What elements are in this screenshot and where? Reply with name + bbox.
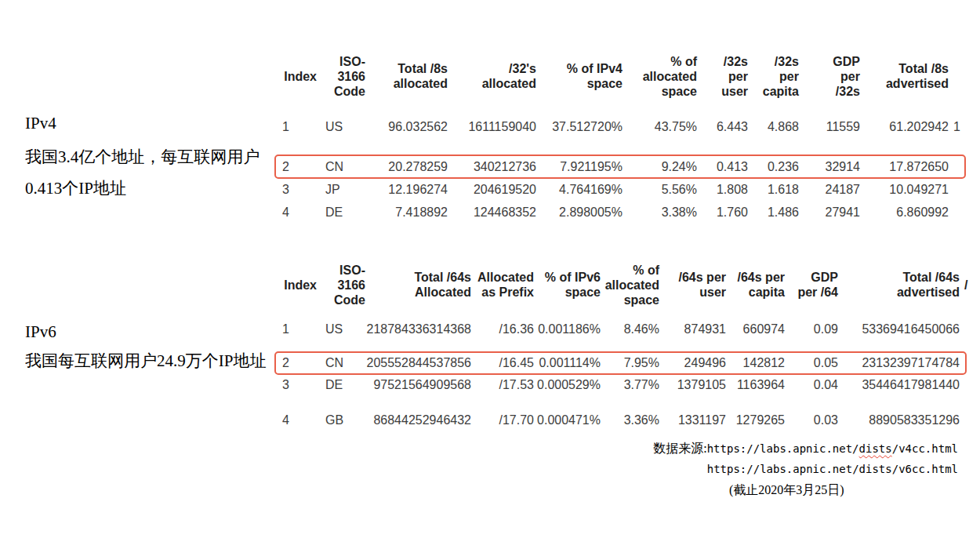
table-cell: 32914 <box>799 160 860 174</box>
ipv6-allocation-table: IndexISO- 3166 CodeTotal /64s AllocatedA… <box>276 260 964 431</box>
header-cell: /64s per user <box>659 270 726 300</box>
ipv4-annotation-line1: 我国3.4亿个地址，每互联网用户 <box>25 146 260 168</box>
table-cell: 37.512720% <box>536 120 622 134</box>
table-cell: 0.000471% <box>534 413 601 427</box>
table-row: 4GB86844252946432/17.700.000471%3.36%133… <box>276 409 964 431</box>
header-cell: ISO- 3166 Code <box>317 54 365 99</box>
table-cell: 2.898005% <box>536 205 622 220</box>
header-cell: Total /64s Allocated <box>365 270 471 300</box>
table-cell: 218784336314368 <box>365 322 471 336</box>
ipv6-annotation-line1: 我国每互联网用户24.9万个IP地址 <box>25 350 266 372</box>
table-cell: 3 <box>276 183 317 197</box>
table-cell: 8890583351296 <box>838 413 960 427</box>
table-row: 3JP12.1962742046195204.764169%5.56%1.808… <box>276 178 964 201</box>
table-cell: 3.36% <box>601 413 659 427</box>
table-cell: 1.618 <box>748 183 799 197</box>
table-cell: 7.418892 <box>365 205 448 220</box>
header-cell: /32s per user <box>697 54 748 99</box>
table-cell: 142812 <box>726 356 785 370</box>
table-cell: 10.049271 <box>860 183 949 197</box>
header-cell: GDP per /64 <box>785 270 838 300</box>
table-cell: 7.95% <box>601 356 659 370</box>
table-header-row: IndexISO- 3166 CodeTotal /64s AllocatedA… <box>276 260 964 309</box>
table-cell: 8.46% <box>601 322 659 336</box>
table-cell: /16.36 <box>471 322 534 336</box>
data-source-line2: https://labs.apnic.net/dists/v6cc.html <box>707 462 958 476</box>
table-cell: 874931 <box>659 322 726 336</box>
table-cell: 61.202942 <box>860 120 949 134</box>
ipv6-section-label: IPv6 <box>25 322 56 342</box>
v6cc-url: https://labs.apnic.net/dists/v6cc.html <box>707 463 958 475</box>
table-cell: 0.236 <box>748 160 799 174</box>
header-cell: ISO- 3166 Code <box>317 263 365 307</box>
data-source-label: 数据来源: <box>653 442 706 455</box>
highlighted-row: 2CN205552844537856/16.450.001114%7.95%24… <box>276 352 964 374</box>
table-cell: 11559 <box>799 120 860 134</box>
table-cell: 1.486 <box>748 205 799 220</box>
table-cell: 1611159040 <box>448 120 536 134</box>
table-cell: 3.77% <box>601 378 659 392</box>
table-cell: 1379105 <box>659 378 726 392</box>
table-cell: 0.04 <box>785 378 838 392</box>
table-cell: 205552844537856 <box>365 356 471 370</box>
header-cell: / <box>960 278 972 293</box>
table-cell: 4.868 <box>748 120 799 134</box>
table-cell: 6.860992 <box>860 205 949 220</box>
table-cell: 0.05 <box>785 356 838 370</box>
table-header-row: IndexISO- 3166 CodeTotal /8s allocated/3… <box>276 45 964 107</box>
table-cell: CN <box>317 356 365 370</box>
header-cell: Total /64s advertised <box>838 270 960 300</box>
table-cell: 1.760 <box>697 205 748 220</box>
table-cell: /16.45 <box>471 356 534 370</box>
table-cell: 0.03 <box>785 413 838 427</box>
header-cell: % of allocated space <box>601 263 659 307</box>
table-cell: 9.24% <box>622 160 697 174</box>
table-cell: 3.38% <box>622 205 697 220</box>
table-cell: 0.001114% <box>534 356 601 370</box>
table-cell: 2 <box>276 160 317 174</box>
table-cell: 3 <box>276 378 317 392</box>
table-cell: DE <box>317 378 365 392</box>
header-cell: /32s per capita <box>748 54 799 99</box>
table-cell: US <box>317 322 365 336</box>
table-cell: 1163964 <box>726 378 785 392</box>
header-cell: Index <box>276 69 317 84</box>
table-cell: 249496 <box>659 356 726 370</box>
table-cell: 17.872650 <box>860 160 949 174</box>
table-cell: 4 <box>276 413 317 427</box>
table-cell: /17.53 <box>471 378 534 392</box>
table-cell: 4.764169% <box>536 183 622 197</box>
table-cell: DE <box>317 205 365 220</box>
table-cell: 1 <box>949 120 961 134</box>
header-cell: % of IPv4 space <box>536 61 622 91</box>
table-cell: 204619520 <box>448 183 536 197</box>
ipv4-section-label: IPv4 <box>25 114 56 133</box>
header-cell: Total /8s advertised <box>860 61 949 91</box>
table-cell: 660974 <box>726 322 785 336</box>
table-cell: US <box>317 120 365 134</box>
table-cell: 20.278259 <box>365 160 448 174</box>
table-cell: 27941 <box>799 205 860 220</box>
table-cell: 12.196274 <box>365 183 448 197</box>
table-cell: 0.09 <box>785 322 838 336</box>
header-cell: % of allocated space <box>622 54 697 99</box>
table-row: 4DE7.4188921244683522.898005%3.38%1.7601… <box>276 201 964 224</box>
table-cell: 5.56% <box>622 183 697 197</box>
ipv4-allocation-table: IndexISO- 3166 CodeTotal /8s allocated/3… <box>276 45 964 224</box>
table-cell: 0.000529% <box>534 378 601 392</box>
table-cell: 7.921195% <box>536 160 622 174</box>
table-row: 3DE97521564909568/17.530.000529%3.77%137… <box>276 374 964 396</box>
highlighted-row: 2CN20.2782593402127367.921195%9.24%0.413… <box>276 155 964 178</box>
table-cell: 24187 <box>799 183 860 197</box>
data-cutoff-date: (截止2020年3月25日) <box>729 482 844 499</box>
table-cell: 1 <box>276 322 317 336</box>
table-cell: 1 <box>276 120 317 134</box>
ipv4-annotation-line2: 0.413个IP地址 <box>25 177 126 199</box>
table-cell: 0.001186% <box>534 322 601 336</box>
table-cell: GB <box>317 413 365 427</box>
table-cell: 6.443 <box>697 120 748 134</box>
table-cell: 23132397174784 <box>838 356 960 370</box>
table-cell: 124468352 <box>448 205 536 220</box>
table-cell: 2 <box>276 356 317 370</box>
v4cc-url-part: https://labs.apnic.net/ <box>707 442 859 455</box>
